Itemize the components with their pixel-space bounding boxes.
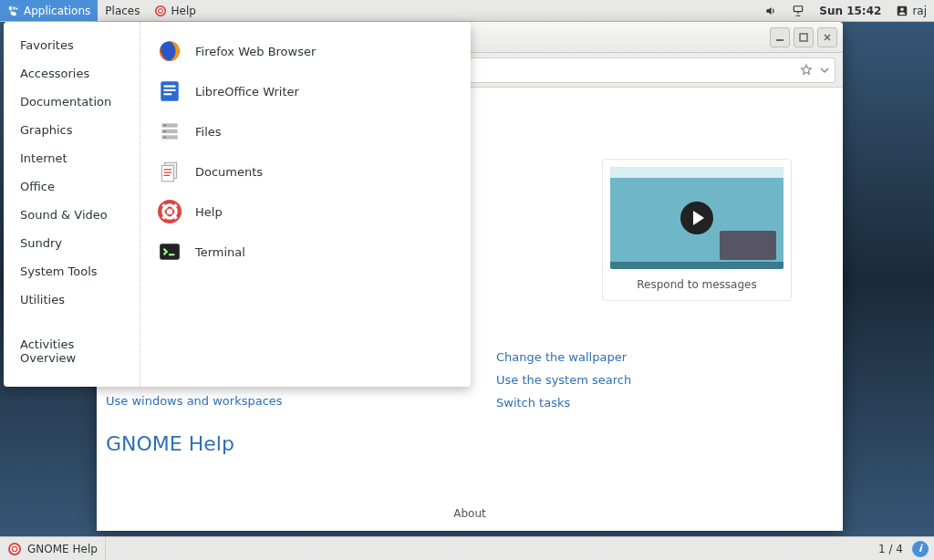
- svg-rect-22: [160, 244, 180, 259]
- firefox-icon: [157, 38, 182, 64]
- svg-rect-4: [794, 5, 803, 11]
- svg-point-6: [901, 7, 905, 11]
- top-panel: Applications Places Help Sun 15:42 raj: [0, 0, 934, 22]
- taskbar-item-gnome-help[interactable]: GNOME Help: [0, 537, 106, 560]
- applications-menu: Favorites Accessories Documentation Grap…: [4, 22, 471, 387]
- workspace-switcher[interactable]: 1 / 4: [873, 543, 908, 555]
- link-change-wallpaper[interactable]: Change the wallpaper: [496, 350, 631, 364]
- lifebuoy-icon: [154, 5, 167, 17]
- svg-rect-19: [161, 166, 173, 181]
- category-graphics[interactable]: Graphics: [4, 116, 140, 144]
- writer-icon: [157, 78, 182, 104]
- svg-point-15: [164, 124, 166, 126]
- app-label: Terminal: [195, 245, 245, 259]
- applications-categories: Favorites Accessories Documentation Grap…: [4, 22, 140, 387]
- app-terminal[interactable]: Terminal: [140, 232, 471, 272]
- category-utilities[interactable]: Utilities: [4, 285, 140, 314]
- terminal-icon: [157, 239, 182, 264]
- app-documents[interactable]: Documents: [140, 151, 471, 192]
- svg-point-21: [166, 208, 174, 216]
- category-internet[interactable]: Internet: [4, 144, 140, 172]
- menu-help[interactable]: Help: [147, 0, 202, 21]
- category-sound-video[interactable]: Sound & Video: [4, 201, 140, 229]
- page-heading: GNOME Help: [106, 432, 234, 455]
- category-documentation[interactable]: Documentation: [4, 88, 140, 116]
- volume-icon: [764, 5, 777, 17]
- svg-point-17: [164, 136, 166, 138]
- links-column-1: Use windows and workspaces: [106, 394, 283, 417]
- svg-point-16: [164, 130, 166, 132]
- app-label: Firefox Web Browser: [195, 45, 316, 58]
- user-menu[interactable]: raj: [888, 0, 934, 21]
- menu-places[interactable]: Places: [98, 0, 147, 21]
- svg-point-24: [12, 546, 16, 551]
- close-button[interactable]: [817, 27, 837, 47]
- wired-network-icon: [792, 5, 804, 17]
- menu-applications[interactable]: Applications: [0, 0, 98, 21]
- app-label: Help: [195, 205, 223, 219]
- play-icon[interactable]: [680, 202, 713, 234]
- category-system-tools[interactable]: System Tools: [4, 257, 140, 285]
- info-icon[interactable]: i: [912, 541, 929, 557]
- app-libreoffice-writer[interactable]: LibreOffice Writer: [140, 71, 471, 111]
- category-office[interactable]: Office: [4, 172, 140, 201]
- app-files[interactable]: Files: [140, 111, 471, 151]
- volume-indicator[interactable]: [757, 0, 784, 21]
- svg-rect-11: [164, 93, 172, 95]
- video-card-messages[interactable]: Respond to messages: [602, 159, 792, 301]
- link-switch-tasks[interactable]: Switch tasks: [496, 396, 631, 410]
- svg-rect-10: [164, 89, 176, 91]
- link-system-search[interactable]: Use the system search: [496, 373, 631, 387]
- applications-list: Firefox Web Browser LibreOffice Writer F…: [140, 22, 471, 387]
- video-caption: Respond to messages: [637, 278, 756, 291]
- app-label: LibreOffice Writer: [195, 85, 299, 99]
- svg-rect-9: [164, 86, 176, 88]
- bottom-panel: GNOME Help 1 / 4 i: [0, 536, 934, 560]
- video-thumbnail: [610, 167, 784, 269]
- svg-rect-1: [800, 34, 807, 41]
- bookmark-star-icon[interactable]: [800, 64, 813, 77]
- app-help[interactable]: Help: [140, 192, 471, 232]
- files-icon: [157, 119, 182, 144]
- links-column-3: Change the wallpaper Use the system sear…: [496, 350, 631, 419]
- user-icon: [896, 5, 908, 17]
- documents-icon: [157, 159, 182, 184]
- help-icon: [157, 199, 182, 224]
- about-link[interactable]: About: [97, 507, 843, 520]
- category-accessories[interactable]: Accessories: [4, 59, 140, 88]
- svg-point-3: [159, 8, 163, 13]
- category-favorites[interactable]: Favorites: [4, 31, 140, 59]
- chevron-down-icon[interactable]: [820, 66, 829, 75]
- category-sundry[interactable]: Sundry: [4, 229, 140, 257]
- lifebuoy-icon: [7, 542, 22, 556]
- maximize-button[interactable]: [794, 27, 814, 47]
- app-label: Files: [195, 125, 222, 139]
- link-windows-workspaces[interactable]: Use windows and workspaces: [106, 394, 283, 408]
- clock[interactable]: Sun 15:42: [812, 0, 888, 21]
- svg-rect-0: [776, 39, 784, 41]
- network-indicator[interactable]: [784, 0, 812, 21]
- foot-icon: [7, 5, 20, 17]
- app-firefox[interactable]: Firefox Web Browser: [140, 31, 471, 71]
- minimize-button[interactable]: [770, 27, 790, 47]
- activities-overview[interactable]: Activities Overview: [4, 328, 140, 378]
- app-label: Documents: [195, 165, 263, 179]
